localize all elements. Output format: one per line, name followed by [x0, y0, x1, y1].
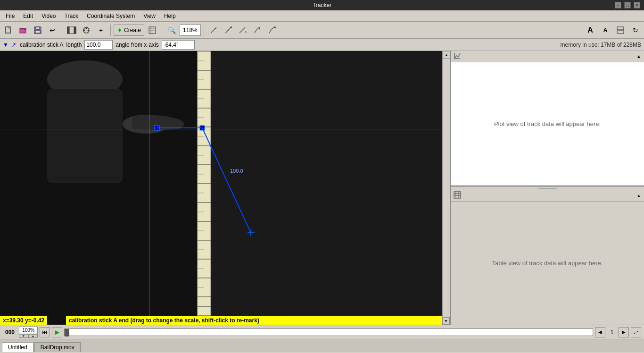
svg-rect-31 [198, 51, 211, 325]
svg-point-24 [274, 26, 276, 28]
zoom-level: 118% [180, 25, 201, 36]
table-panel-header: ▲ [451, 190, 644, 202]
right-panel: ▲ Plot view of track data will appear he… [451, 51, 644, 325]
speed-arrows: ▼ ▲ [19, 334, 38, 338]
divider-handle [538, 188, 557, 189]
table-content: Table view of track data will appear her… [451, 202, 644, 325]
close-button[interactable]: ✕ [634, 2, 640, 8]
speed-down[interactable]: ▼ [19, 334, 28, 338]
point-mass-tool[interactable] [222, 24, 235, 37]
panel-divider[interactable] [451, 186, 644, 190]
svg-rect-4 [35, 31, 40, 33]
sep1 [62, 25, 62, 36]
table-panel: ▲ Table view of track data will appear h… [451, 190, 644, 325]
step-to-start-button[interactable]: ⏮ [40, 327, 50, 337]
plot-content: Plot view of track data will appear here… [451, 62, 644, 185]
plot-expand-arrow[interactable]: ▲ [636, 54, 641, 59]
speed-up[interactable]: ▲ [28, 334, 38, 338]
svg-text:a: a [245, 30, 247, 34]
mark-tool[interactable] [265, 24, 279, 37]
ruler-bar [197, 51, 210, 325]
scroll-down-arrow[interactable]: ▼ [442, 317, 450, 325]
crosshair-horizontal [0, 129, 450, 129]
calib-arrow-icon: ↗ [11, 42, 16, 48]
svg-point-11 [88, 29, 89, 31]
loop-button[interactable]: ⇌ [631, 327, 641, 337]
tab-untitled[interactable]: Untitled [2, 342, 33, 352]
ruler-svg [198, 51, 211, 325]
frame-rate-forward[interactable]: ▶ [619, 327, 629, 337]
track-control[interactable] [80, 24, 93, 37]
person-silhouette-area [0, 51, 198, 325]
menu-track[interactable]: Track [61, 12, 83, 20]
menu-view[interactable]: View [140, 12, 159, 20]
calib-angle-label: angle from x-axis [116, 42, 158, 48]
speed-control: ▼ ▲ [19, 327, 38, 338]
menu-coordinate-system[interactable]: Coordinate System [83, 12, 139, 20]
svg-rect-7 [74, 27, 76, 34]
plot-panel-header: ▲ [451, 51, 644, 62]
sep2 [110, 25, 111, 36]
tab-bar: Untitled BallDrop.mov [0, 339, 644, 352]
font-small-button[interactable]: A [599, 24, 612, 37]
menu-video[interactable]: Video [38, 12, 59, 20]
new-button[interactable] [2, 24, 15, 37]
toolbar-right: A A ↻ [584, 24, 642, 37]
font-large-button[interactable]: A [584, 24, 597, 37]
track-type-button[interactable] [146, 24, 159, 37]
table-icon [454, 191, 461, 200]
speed-input[interactable] [19, 327, 38, 334]
svg-rect-12 [149, 27, 156, 34]
menu-file[interactable]: File [2, 12, 18, 20]
frame-counter: 000 [3, 329, 17, 336]
svg-rect-3 [36, 27, 40, 29]
scroll-up-arrow[interactable]: ▲ [443, 51, 450, 59]
plot-icon [454, 52, 461, 61]
sep3 [162, 25, 162, 36]
trail-tool[interactable] [251, 24, 264, 37]
video-status-left: x=39.30 y=-0.42 [0, 316, 47, 325]
tab-balldrop[interactable]: BallDrop.mov [34, 342, 81, 352]
svg-rect-6 [67, 27, 69, 34]
video-scrollbar[interactable]: ▲ ▼ [442, 51, 450, 325]
video-status-right: calibration stick A end (drag to change … [66, 316, 450, 325]
undo-button[interactable]: ↩ [46, 24, 59, 37]
frame-rate-back[interactable]: ◀ [595, 327, 605, 337]
main-area: 100.0 x=39.30 y=-0.42 calibration stick … [0, 51, 644, 325]
arrow-tool[interactable] [207, 24, 220, 37]
minimize-button[interactable]: − [615, 2, 621, 8]
zoom-out-button[interactable]: 🔍 [165, 24, 178, 37]
svg-point-19 [230, 26, 232, 28]
svg-rect-26 [617, 31, 624, 34]
table-expand-arrow[interactable]: ▲ [636, 193, 641, 198]
calib-angle-input[interactable] [162, 40, 195, 50]
layout-button1[interactable] [614, 24, 627, 37]
menu-help[interactable]: Help [160, 12, 180, 20]
open-button[interactable] [17, 24, 30, 37]
svg-rect-25 [617, 27, 624, 30]
crosshair-button[interactable]: + [94, 24, 107, 37]
plot-panel: ▲ Plot view of track data will appear he… [451, 51, 644, 186]
toolbar: ↩ + ✦ Create 🔍 118% [0, 22, 644, 39]
save-button[interactable] [31, 24, 44, 37]
clip-settings[interactable] [65, 24, 78, 37]
refresh-button[interactable]: ↻ [629, 24, 642, 37]
cm-tool[interactable]: a [236, 24, 249, 37]
memory-info: memory in use: 17MB of 228MB [561, 42, 641, 48]
timeline-slider[interactable] [64, 328, 593, 336]
create-button[interactable]: ✦ Create [114, 25, 144, 36]
calib-dropdown[interactable]: ▼ [3, 42, 8, 48]
calib-length-input[interactable] [84, 40, 113, 50]
calib-name-label: calibration stick A [20, 42, 64, 48]
video-panel[interactable]: 100.0 x=39.30 y=-0.42 calibration stick … [0, 51, 451, 325]
person-svg [0, 51, 198, 325]
svg-rect-29 [47, 89, 123, 183]
svg-point-20 [227, 29, 229, 31]
sep4 [204, 25, 204, 36]
calib-length-label: length [66, 42, 82, 48]
play-button[interactable]: ▶ [52, 327, 62, 337]
timeline-thumb [65, 329, 69, 336]
menubar: File Edit Video Track Coordinate System … [0, 10, 644, 22]
menu-edit[interactable]: Edit [19, 12, 37, 20]
maximize-button[interactable]: □ [624, 2, 631, 8]
